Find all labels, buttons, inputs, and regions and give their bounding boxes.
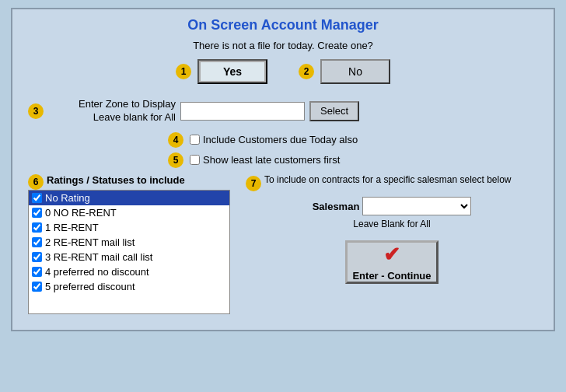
rating-list-item[interactable]: 0 NO RE-RENT xyxy=(29,205,229,220)
no-item: 2 No xyxy=(299,59,390,84)
salesman-row: Salesman xyxy=(313,197,472,215)
badge-5: 5 xyxy=(168,152,183,168)
rating-checkbox[interactable] xyxy=(32,282,42,292)
show-least-late-label: Show least late customers first xyxy=(203,154,340,166)
badge-6: 6 xyxy=(28,174,44,190)
salesman-badge-row: 7 To include on contracts for a specific… xyxy=(246,174,512,193)
leave-blank-label: Leave Blank for All xyxy=(353,219,430,229)
rating-list-item[interactable]: 5 preferred discount xyxy=(29,279,229,294)
zone-label: Enter Zone to Display Leave blank for Al… xyxy=(51,98,176,124)
rating-checkbox[interactable] xyxy=(32,267,42,277)
yes-button[interactable]: Yes xyxy=(197,59,267,84)
yes-item: 1 Yes xyxy=(176,59,267,84)
ratings-right: 7 To include on contracts for a specific… xyxy=(246,174,538,314)
rating-list-item[interactable]: 1 RE-RENT xyxy=(29,220,229,235)
rating-label: 4 preferred no discount xyxy=(45,266,149,278)
ratings-section: 6 Ratings / Statuses to include No Ratin… xyxy=(28,174,538,314)
checkmark-icon: ✔ xyxy=(383,243,400,267)
yes-no-row: 1 Yes 2 No xyxy=(28,59,538,84)
subtitle: There is not a file for today. Create on… xyxy=(28,40,538,51)
zone-row: 3 Enter Zone to Display Leave blank for … xyxy=(28,98,538,124)
rating-label: 1 RE-RENT xyxy=(45,222,99,233)
rating-list-item[interactable]: 2 RE-RENT mail list xyxy=(29,235,229,250)
page-title: On Screen Account Manager xyxy=(28,17,538,33)
show-least-late-row: 5 Show least late customers first xyxy=(168,152,538,168)
salesman-select[interactable] xyxy=(362,197,471,215)
rating-checkbox[interactable] xyxy=(32,237,42,247)
badge-4: 4 xyxy=(168,132,183,148)
enter-continue-button[interactable]: ✔ Enter - Continue xyxy=(345,240,438,284)
salesman-label: To include on contracts for a specific s… xyxy=(264,174,512,187)
badge-1: 1 xyxy=(176,64,191,79)
no-button[interactable]: No xyxy=(320,59,390,84)
rating-label: 2 RE-RENT mail list xyxy=(45,236,135,248)
rating-checkbox[interactable] xyxy=(32,222,42,233)
badge-7: 7 xyxy=(246,176,261,191)
main-container: On Screen Account Manager There is not a… xyxy=(11,8,555,331)
include-customers-checkbox[interactable] xyxy=(190,135,200,145)
rating-checkbox[interactable] xyxy=(32,252,42,262)
zone-input[interactable] xyxy=(180,102,305,121)
ratings-title: Ratings / Statuses to include xyxy=(47,174,185,186)
rating-checkbox[interactable] xyxy=(32,208,42,218)
ratings-list[interactable]: No Rating0 NO RE-RENT1 RE-RENT2 RE-RENT … xyxy=(28,190,230,314)
ratings-title-row: 6 Ratings / Statuses to include xyxy=(28,174,230,190)
badge-3: 3 xyxy=(28,103,44,119)
rating-label: 0 NO RE-RENT xyxy=(45,207,117,219)
rating-list-item[interactable]: No Rating xyxy=(29,191,229,205)
ratings-left: 6 Ratings / Statuses to include No Ratin… xyxy=(28,174,230,314)
rating-label: 5 preferred discount xyxy=(45,281,135,292)
select-button[interactable]: Select xyxy=(309,101,359,121)
badge-2: 2 xyxy=(299,64,314,79)
include-customers-label: Include Customers due Today also xyxy=(203,134,358,145)
rating-list-item[interactable]: 4 preferred no discount xyxy=(29,264,229,279)
include-customers-row: 4 Include Customers due Today also xyxy=(168,132,538,148)
rating-label: 3 RE-RENT mail call list xyxy=(45,251,152,263)
show-least-late-checkbox[interactable] xyxy=(190,155,200,165)
enter-label: Enter - Continue xyxy=(352,270,431,282)
rating-checkbox[interactable] xyxy=(32,193,42,203)
rating-list-item[interactable]: 3 RE-RENT mail call list xyxy=(29,250,229,264)
rating-label: No Rating xyxy=(45,192,90,204)
salesman-field-label: Salesman xyxy=(313,201,360,212)
